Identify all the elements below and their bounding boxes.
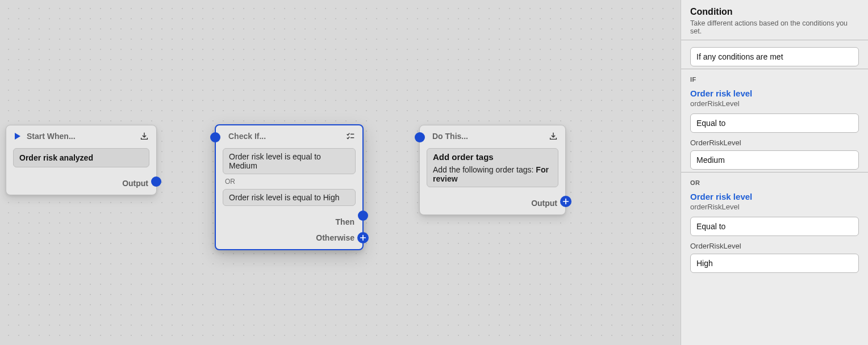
panel-subtitle: Take different actions based on the cond…: [690, 19, 859, 35]
then-output-port[interactable]: [358, 211, 368, 221]
condition-or-label: OR: [223, 175, 356, 188]
condition-input-port[interactable]: [210, 132, 220, 142]
otherwise-add-port[interactable]: [357, 232, 369, 243]
panel-header: Condition Take different actions based o…: [681, 0, 868, 40]
match-mode-select[interactable]: If any conditions are met: [690, 47, 859, 66]
if-operator-select[interactable]: Equal to: [690, 113, 859, 133]
workflow-canvas[interactable]: Start When... Order risk analyzed Output…: [0, 0, 681, 345]
condition-row-2[interactable]: Order risk level is equal to High: [223, 189, 356, 206]
node-action-title: Do This...: [427, 132, 468, 141]
then-label: Then: [336, 217, 354, 226]
or-operator-select[interactable]: Equal to: [690, 217, 859, 236]
import-icon[interactable]: [139, 131, 149, 141]
or-variable-link[interactable]: Order risk level: [690, 192, 859, 201]
start-output-label: Output: [122, 179, 148, 188]
start-output-port[interactable]: [151, 176, 161, 187]
if-label: IF: [690, 76, 859, 83]
or-value-select[interactable]: High: [690, 254, 859, 273]
or-block: OR Order risk level orderRiskLevel Equal…: [681, 172, 868, 275]
if-variable-code: orderRiskLevel: [690, 99, 859, 108]
if-value-label: OrderRiskLevel: [690, 138, 859, 147]
action-output-label: Output: [531, 199, 557, 208]
or-variable-code: orderRiskLevel: [690, 203, 859, 211]
action-output-add-port[interactable]: [560, 196, 571, 207]
node-condition-title: Check If...: [223, 132, 266, 141]
node-start[interactable]: Start When... Order risk analyzed Output: [6, 125, 157, 195]
if-value-select[interactable]: Medium: [690, 150, 859, 170]
trigger-chip[interactable]: Order risk analyzed: [13, 148, 149, 167]
action-input-port[interactable]: [415, 132, 425, 142]
if-variable-link[interactable]: Order risk level: [690, 89, 859, 98]
action-title: Add order tags: [433, 152, 552, 162]
condition-row-1[interactable]: Order risk level is equal to Medium: [223, 148, 356, 174]
import-icon[interactable]: [548, 131, 558, 141]
panel-title: Condition: [690, 7, 859, 17]
action-desc-prefix: Add the following order tags:: [433, 165, 536, 174]
otherwise-label: Otherwise: [316, 233, 354, 242]
action-content[interactable]: Add order tags Add the following order t…: [427, 148, 558, 187]
or-label: OR: [690, 179, 859, 186]
side-panel: Condition Take different actions based o…: [681, 0, 868, 345]
or-value-label: OrderRiskLevel: [690, 242, 859, 250]
play-icon: [13, 132, 22, 141]
node-action[interactable]: Do This... Add order tags Add the follow…: [419, 125, 566, 215]
action-description: Add the following order tags: For review: [433, 165, 552, 183]
node-start-title: Start When...: [27, 132, 76, 141]
match-mode-block: If any conditions are met: [681, 40, 868, 69]
node-condition[interactable]: Check If... Order risk level is equal to…: [215, 124, 364, 250]
if-block: IF Order risk level orderRiskLevel Equal…: [681, 69, 868, 172]
checklist-icon[interactable]: [345, 131, 356, 141]
